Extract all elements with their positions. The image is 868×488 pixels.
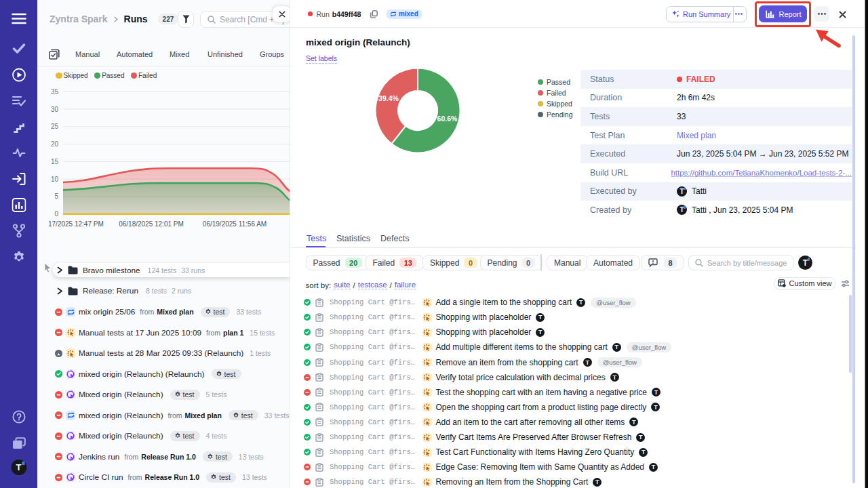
- svg-text:5: 5: [54, 192, 58, 200]
- svg-text:06/18/2025 12:01 PM: 06/18/2025 12:01 PM: [119, 220, 184, 228]
- svg-text:0: 0: [54, 210, 58, 218]
- svg-text:39.4%: 39.4%: [378, 94, 399, 102]
- svg-text:06/19/2025 11:56 AM: 06/19/2025 11:56 AM: [203, 220, 267, 228]
- svg-text:10: 10: [51, 176, 59, 183]
- svg-text:25: 25: [51, 123, 59, 130]
- svg-text:35: 35: [51, 88, 59, 96]
- svg-text:20: 20: [51, 140, 59, 148]
- svg-text:30: 30: [51, 106, 59, 113]
- svg-text:17/2025 12:47 PM: 17/2025 12:47 PM: [48, 220, 104, 228]
- svg-text:15: 15: [51, 158, 59, 165]
- svg-text:60.6%: 60.6%: [437, 115, 458, 123]
